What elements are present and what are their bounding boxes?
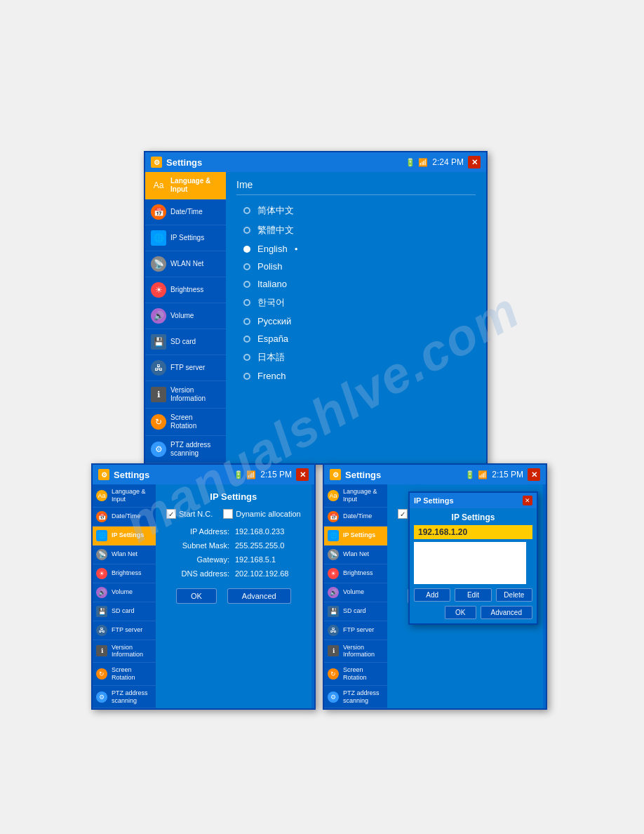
radio-dot — [243, 207, 250, 214]
ip-entry-highlighted[interactable]: 192.168.1.20 — [414, 525, 532, 539]
sidebar-item-volume[interactable]: 🔊 Volume — [145, 303, 226, 329]
language-item[interactable]: 한국어 — [236, 293, 476, 312]
scr-icon-left: ↻ — [96, 668, 107, 680]
sidebar-item-ptz[interactable]: ⚙ PTZ address scanning — [145, 436, 226, 463]
sidebar-item-version[interactable]: ℹ Version Information — [145, 381, 226, 409]
sidebar-item-sd-left[interactable]: 💾 SD card — [93, 602, 156, 621]
sidebar-item-ver-left[interactable]: ℹ Version Information — [93, 640, 156, 663]
sidebar-label-ptz-right: PTZ address scanning — [343, 689, 384, 705]
sidebar-label-ip: IP Settings — [170, 234, 204, 242]
start-nic-box[interactable]: ✓ — [166, 509, 176, 519]
sidebar-item-ftp[interactable]: 🖧 FTP server — [145, 355, 226, 381]
language-item[interactable]: Polish — [236, 258, 476, 275]
window-title-ip-left: ⚙ Settings — [98, 469, 149, 480]
language-item[interactable]: 简体中文 — [236, 201, 476, 220]
sidebar-item-vol-right[interactable]: 🔊 Volume — [324, 583, 387, 602]
time-display: 2:24 PM — [432, 157, 464, 167]
language-item[interactable]: English — [236, 240, 476, 258]
ip-buttons: OK Advanced — [166, 588, 301, 604]
sidebar-label-ftp-left: FTP server — [112, 626, 142, 634]
dialog-ip-title: IP Settings — [414, 512, 532, 522]
sidebar-item-bright-right[interactable]: ☀ Brightness — [324, 564, 387, 583]
dns-label: DNS address: — [166, 569, 229, 578]
sidebar-item-language[interactable]: Aa Language & Input — [145, 172, 226, 199]
language-item[interactable]: French — [236, 367, 476, 385]
dynamic-checkbox[interactable]: Dynamic allocation — [223, 509, 300, 519]
dialog-ok-button[interactable]: OK — [445, 606, 476, 619]
language-item[interactable]: 日本語 — [236, 348, 476, 367]
sidebar-item-screen[interactable]: ↻ Screen Rotation — [145, 409, 226, 436]
sidebar-item-datetime[interactable]: 📅 Date/Time — [145, 199, 226, 225]
edit-button[interactable]: Edit — [455, 588, 491, 602]
sidebar-item-vol-left[interactable]: 🔊 Volume — [93, 583, 156, 602]
language-item[interactable]: Русский — [236, 312, 476, 330]
sidebar-item-date-right[interactable]: 📅 Date/Time — [324, 508, 387, 527]
sd-icon: 💾 — [151, 334, 166, 350]
close-button-left[interactable]: ✕ — [296, 468, 309, 481]
radio-dot — [243, 263, 250, 270]
sidebar-item-ftp-left[interactable]: 🖧 FTP server — [93, 621, 156, 640]
ip-address-row: IP Address: 192.168.0.233 — [166, 527, 301, 536]
ip-checkbox-row: ✓ Start N.C. Dynamic allocation — [166, 509, 301, 519]
gateway-value: 192.168.5.1 — [235, 555, 276, 564]
titlebar-ip-left: ⚙ Settings 🔋 📶 2:15 PM ✕ — [93, 465, 314, 484]
title-text-left: Settings — [114, 470, 149, 480]
dialog-advanced-button[interactable]: Advanced — [481, 606, 532, 619]
sidebar-item-wlan-right[interactable]: 📡 Wlan Net — [324, 545, 387, 564]
sidebar-label-version: Version Information — [170, 386, 220, 403]
sidebar-item-bright-left[interactable]: ☀ Brightness — [93, 564, 156, 583]
sidebar-item-date-left[interactable]: 📅 Date/Time — [93, 508, 156, 527]
subnet-label: Subnet Mask: — [166, 541, 229, 550]
language-item[interactable]: 繁體中文 — [236, 220, 476, 240]
sidebar-item-lang-right[interactable]: Aa Language & Input — [324, 484, 387, 508]
dynamic-box[interactable] — [223, 509, 233, 519]
sidebar-item-ip[interactable]: 🌐 IP Settings — [145, 225, 226, 251]
start-nic-box-right[interactable]: ✓ — [398, 509, 408, 519]
language-item[interactable]: España — [236, 330, 476, 348]
radio-dot — [243, 354, 250, 361]
close-button-right[interactable]: ✕ — [528, 468, 540, 481]
ftp-icon: 🖧 — [151, 360, 166, 376]
dns-value: 202.102.192.68 — [235, 569, 288, 578]
sidebar-label-brightness: Brightness — [170, 286, 203, 294]
sidebar-item-ptz-right[interactable]: ⚙ PTZ address scanning — [324, 686, 387, 709]
sidebar-item-scr-left[interactable]: ↻ Screen Rotation — [93, 663, 156, 686]
gateway-label: Gateway: — [166, 555, 229, 564]
language-item[interactable]: Italiano — [236, 275, 476, 293]
language-label: 한국어 — [257, 296, 285, 309]
bright-icon-left: ☀ — [96, 568, 107, 579]
sidebar-item-ftp-right[interactable]: 🖧 FTP server — [324, 621, 387, 640]
add-button[interactable]: Add — [414, 588, 450, 602]
sidebar-item-scr-right[interactable]: ↻ Screen Rotation — [324, 663, 387, 686]
sd-icon-right: 💾 — [328, 606, 339, 617]
language-label: Русский — [257, 316, 291, 326]
settings-window-ip-left: ⚙ Settings 🔋 📶 2:15 PM ✕ Aa Language & I… — [91, 463, 316, 710]
language-label: French — [257, 371, 286, 381]
sidebar-item-wlan-left[interactable]: 📡 Wlan Net — [93, 545, 156, 564]
ok-button[interactable]: OK — [176, 588, 217, 604]
sidebar-item-ver-right[interactable]: ℹ Version Information — [324, 640, 387, 663]
sidebar-label-wlan: WLAN Net — [170, 260, 203, 268]
sidebar-item-sd-right[interactable]: 💾 SD card — [324, 602, 387, 621]
sidebar-item-ip-left[interactable]: 🌐 IP Settings — [93, 527, 156, 545]
dialog-bottom-btns: OK Advanced — [414, 606, 532, 619]
sidebar-item-brightness[interactable]: ☀ Brightness — [145, 277, 226, 303]
dialog-close-button[interactable]: ✕ — [523, 496, 532, 505]
delete-button[interactable]: Delete — [496, 588, 532, 602]
date-icon-left: 📅 — [96, 511, 107, 522]
start-nic-checkbox[interactable]: ✓ Start N.C. — [166, 509, 213, 519]
close-button[interactable]: ✕ — [468, 156, 481, 168]
sidebar-label-ftp-right: FTP server — [343, 626, 374, 634]
sidebar-item-wlan[interactable]: 📡 WLAN Net — [145, 251, 226, 277]
sidebar-label-bright-left: Brightness — [112, 569, 142, 577]
language-label: 简体中文 — [257, 204, 294, 217]
lang-icon: Aa — [151, 178, 166, 193]
advanced-button[interactable]: Advanced — [227, 588, 291, 604]
sidebar-item-lang-left[interactable]: Aa Language & Input — [93, 484, 156, 508]
sidebar-item-sd[interactable]: 💾 SD card — [145, 329, 226, 355]
sidebar-ip-left: Aa Language & Input 📅 Date/Time 🌐 IP Set… — [93, 484, 156, 708]
sidebar-label-date-right: Date/Time — [343, 512, 372, 520]
sidebar-item-ip-right[interactable]: 🌐 IP Settings — [324, 527, 387, 545]
sidebar-label-wlan-left: Wlan Net — [112, 550, 137, 558]
sidebar-item-ptz-left[interactable]: ⚙ PTZ address scanning — [93, 686, 156, 709]
